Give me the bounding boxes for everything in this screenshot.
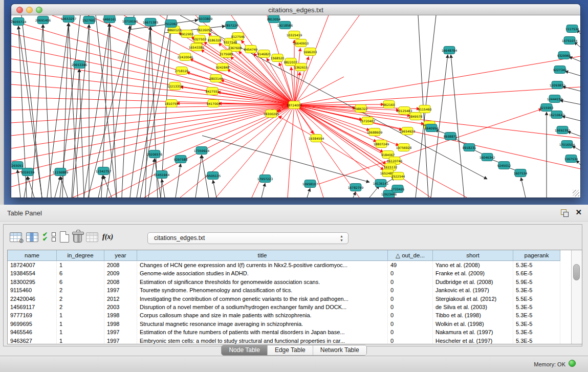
table-cell[interactable]: 9699695 <box>8 320 57 328</box>
graph-node[interactable]: 8454749 <box>244 46 258 53</box>
table-cell[interactable]: 0 <box>388 303 433 311</box>
graph-node[interactable]: 8912955 <box>180 30 194 38</box>
table-cell[interactable]: 2 <box>57 286 104 294</box>
table-cell[interactable]: Wolkin et al. (1998) <box>433 320 513 328</box>
graph-node[interactable]: 1117534 <box>565 25 579 33</box>
table-cell[interactable]: 2008 <box>104 278 137 286</box>
graph-node[interactable]: 14136141 <box>373 180 389 187</box>
table-cell[interactable]: 14569117 <box>8 303 57 311</box>
column-header-pagerank[interactable]: pagerank <box>513 250 560 261</box>
graph-node[interactable]: 1362615 <box>294 63 308 71</box>
table-cell[interactable]: 2003 <box>104 303 137 311</box>
table-cell[interactable]: Changes of HCN gene expression and I(f) … <box>137 261 388 269</box>
graph-node[interactable]: 12093872 <box>550 81 565 89</box>
table-cell[interactable]: 0 <box>388 328 433 336</box>
window-titlebar[interactable]: citations_edges.txt <box>11 4 580 15</box>
table-cell[interactable]: 5.3E-5 <box>513 286 560 294</box>
column-header-year[interactable]: year <box>104 250 137 261</box>
table-cell[interactable]: 1 <box>57 337 104 344</box>
vertical-scrollbar[interactable] <box>571 250 582 344</box>
graph-node[interactable]: 9115460 <box>418 105 432 113</box>
table-cell[interactable]: 49 <box>388 261 433 269</box>
graph-node[interactable]: 12342757 <box>96 167 112 175</box>
graph-node[interactable]: 8427552 <box>206 87 220 95</box>
table-row[interactable]: 1938455462009Genome-wide association stu… <box>8 269 582 277</box>
table-row[interactable]: 1872400712008Changes of HCN gene express… <box>8 261 582 269</box>
graph-node[interactable]: 24055724 <box>11 18 26 26</box>
table-row[interactable]: 977716911998Corpus callosum shape and si… <box>8 311 582 319</box>
tab-network-table[interactable]: Network Table <box>313 345 366 355</box>
graph-node[interactable]: 2522544 <box>391 172 405 180</box>
table-cell[interactable]: Tibbo et al. (1998) <box>433 311 513 319</box>
table-cell[interactable]: 9463627 <box>8 337 57 344</box>
show-column-button[interactable] <box>26 229 38 245</box>
table-cell[interactable]: 1997 <box>104 328 137 336</box>
table-cell[interactable]: 5.3E-5 <box>513 303 560 311</box>
table-cell[interactable]: 1998 <box>104 320 137 328</box>
table-cell[interactable]: 5.3E-5 <box>513 320 560 328</box>
graph-node[interactable]: 9297588 <box>174 156 188 163</box>
table-cell[interactable]: 0 <box>388 269 433 277</box>
table-cell[interactable]: 9465546 <box>8 328 57 336</box>
tab-node-table[interactable]: Node Table <box>222 345 267 355</box>
table-cell[interactable]: 1 <box>57 261 104 269</box>
table-options-button[interactable]: ⚙ <box>10 229 22 245</box>
column-header-out_de[interactable]: △ out_de... <box>388 250 433 261</box>
graph-node[interactable]: 12213319 <box>167 82 183 90</box>
graph-node[interactable]: 9245012 <box>497 162 511 169</box>
graph-node[interactable]: 8215953 <box>540 104 554 112</box>
network-canvas[interactable]: 1872400788601238912955182260589327503165… <box>11 15 580 198</box>
graph-node[interactable]: 16640910 <box>293 39 309 47</box>
table-cell[interactable]: 5.6E-5 <box>513 269 560 277</box>
table-cell[interactable]: 0 <box>388 337 433 344</box>
table-cell[interactable]: 18724007 <box>8 261 57 269</box>
graph-node[interactable]: 9227342 <box>553 66 567 74</box>
graph-node[interactable]: 20691406 <box>35 16 51 24</box>
table-cell[interactable]: Tourette syndrome. Phenomenology and cla… <box>137 286 388 294</box>
graph-node[interactable]: 15505135 <box>205 172 221 180</box>
graph-node[interactable]: 9327503 <box>193 35 207 43</box>
table-cell[interactable]: 5.5E-5 <box>513 295 560 303</box>
table-cell[interactable]: Jankovic et al. (1997) <box>433 286 513 294</box>
graph-node[interactable]: 17016504 <box>559 141 575 148</box>
scrollbar-thumb[interactable] <box>573 264 580 280</box>
network-view-window[interactable]: citations_edges.txt 18724007886012389129… <box>11 4 580 198</box>
table-cell[interactable]: 9777169 <box>8 311 57 319</box>
graph-node[interactable]: 9329966 <box>557 52 571 59</box>
graph-node[interactable]: 8186328 <box>208 36 222 44</box>
graph-node[interactable]: 8127546 <box>231 33 245 40</box>
graph-node[interactable]: 15692391 <box>555 126 571 134</box>
table-cell[interactable]: 5.3E-5 <box>513 311 560 319</box>
function-builder-button[interactable]: f(x) <box>102 229 113 245</box>
table-cell[interactable]: de Silva et al. (2003) <box>433 303 513 311</box>
graph-node[interactable]: 10958107 <box>302 180 318 188</box>
table-cell[interactable]: Structural magnetic resonance image aver… <box>137 320 388 328</box>
graph-node[interactable]: 10653257 <box>61 15 77 23</box>
column-header-name[interactable]: name <box>8 250 57 261</box>
graph-node[interactable]: 20206576 <box>147 150 163 158</box>
delete-table-button[interactable] <box>73 229 82 245</box>
table-cell[interactable]: Embryonic stem cells: a model to study s… <box>137 337 388 344</box>
graph-node[interactable]: 11451944 <box>154 171 170 179</box>
graph-node[interactable]: 10688609 <box>367 128 383 136</box>
graph-node[interactable]: 862160 <box>383 101 395 108</box>
table-cell[interactable]: Franke et al. (2009) <box>433 269 513 277</box>
graph-node[interactable]: 2849578 <box>409 113 423 120</box>
graph-node[interactable]: 17359924 <box>194 147 210 155</box>
graph-node[interactable]: 8918231 <box>463 144 476 151</box>
graph-node[interactable]: 2803144 <box>209 75 223 82</box>
table-cell[interactable]: 2008 <box>104 261 137 269</box>
table-cell[interactable]: Hescheler et al. (1997) <box>433 337 513 344</box>
table-cell[interactable]: 1 <box>57 320 104 328</box>
graph-node[interactable]: 9242848 <box>216 63 230 71</box>
table-cell[interactable]: 0 <box>388 278 433 286</box>
graph-node[interactable]: 16782759 <box>348 184 364 191</box>
table-row[interactable]: 946362711997Embryonic stem cells: a mode… <box>8 337 582 344</box>
graph-node[interactable]: 16033809 <box>197 15 213 23</box>
graph-node[interactable]: 19218586 <box>277 21 293 29</box>
table-cell[interactable]: 0 <box>388 286 433 294</box>
table-row[interactable]: 2242004622012Investigating the contribut… <box>8 295 582 303</box>
tab-edge-table[interactable]: Edge Table <box>267 345 313 355</box>
table-cell[interactable]: 1 <box>57 311 104 319</box>
table-cell[interactable]: 6 <box>57 278 104 286</box>
